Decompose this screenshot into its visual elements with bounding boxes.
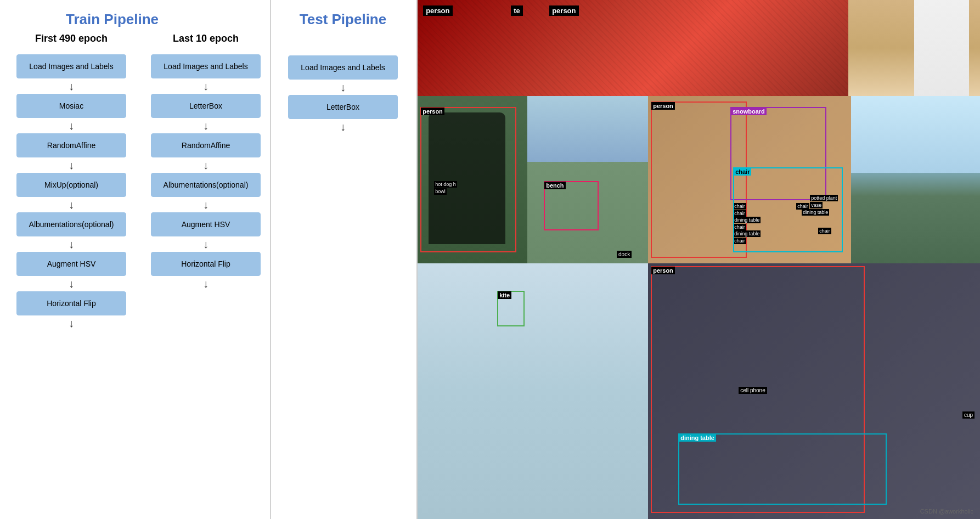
label-te: te	[511, 5, 523, 16]
col2-heading: Last 10 epoch	[173, 33, 239, 44]
train-col2-step5: Augment HSV	[151, 212, 261, 236]
separator-line	[270, 0, 271, 519]
det-kite: kite	[497, 291, 525, 326]
arrow: ↓	[69, 160, 74, 171]
col1-heading: First 490 epoch	[35, 33, 108, 44]
train-col1-step6: Augment HSV	[16, 252, 126, 276]
detection-panel: person te person person hot dog h bowl	[418, 0, 980, 519]
train-col2-step3: RandomAffine	[151, 133, 261, 157]
bottom-left-image: kite	[418, 263, 648, 519]
train-col1-step2: Mosiac	[16, 94, 126, 118]
train-col1-step3: RandomAffine	[16, 133, 126, 157]
train-col2-step4: Albumentations(optional)	[151, 173, 261, 197]
test-pipeline-title: Test Pipeline	[300, 11, 386, 28]
det-bench: bench	[544, 181, 599, 230]
train-col2-step2: LetterBox	[151, 94, 261, 118]
train-col2-step1: Load Images and Labels	[151, 54, 261, 78]
arrow: ↓	[340, 82, 346, 93]
bottom-row: kite person dining table cell phone cup	[418, 263, 980, 519]
label-hotdog: hot dog h	[434, 181, 457, 188]
left-panel: Train Pipeline First 490 epoch Load Imag…	[0, 0, 416, 519]
label-person-br: person	[651, 267, 675, 274]
middle-center-image: dock bench	[527, 96, 648, 263]
label-bowl: bowl	[434, 188, 447, 195]
label-person-2: person	[549, 5, 578, 16]
label-person-ml: person	[421, 108, 444, 115]
test-step1: Load Images and Labels	[288, 55, 398, 80]
label-cell-phone: cell phone	[739, 387, 767, 394]
train-col1-step4: MixUp(optional)	[16, 173, 126, 197]
train-col2-step6: Horizontal Flip	[151, 252, 261, 276]
arrow: ↓	[69, 318, 74, 329]
test-pipeline-col: Test Pipeline Load Images and Labels ↓ L…	[280, 11, 406, 134]
label-snowboard: snowboard	[731, 108, 767, 115]
top-row: person te person	[418, 0, 980, 96]
bottom-right-image: person dining table cell phone cup	[648, 263, 980, 519]
train-col2: Last 10 epoch Load Images and Labels ↓ L…	[143, 33, 269, 291]
middle-right-image: person snowboard chair chair dining tabl…	[648, 96, 851, 263]
label-dock: dock	[617, 251, 632, 258]
arrow: ↓	[340, 121, 346, 132]
arrow: ↓	[203, 120, 209, 131]
middle-row: person hot dog h bowl dock bench person	[418, 96, 980, 263]
label-person-1: person	[423, 5, 452, 16]
test-step2: LetterBox	[288, 95, 398, 119]
label-bench: bench	[544, 182, 565, 189]
arrow: ↓	[69, 199, 74, 210]
det-person-middle-left: person	[420, 107, 516, 252]
arrow: ↓	[69, 278, 74, 289]
arrow: ↓	[203, 278, 209, 289]
far-right-image	[851, 96, 980, 263]
train-col1-step7: Horizontal Flip	[16, 291, 126, 315]
arrow: ↓	[203, 81, 209, 92]
arrow: ↓	[203, 199, 209, 210]
label-dining-table-br: dining table	[679, 434, 716, 442]
top-right-image	[848, 0, 980, 96]
det-dining-table: dining table	[678, 433, 887, 505]
middle-left-image: person hot dog h bowl	[418, 96, 527, 263]
top-left-image: person te person	[418, 0, 848, 96]
arrow: ↓	[69, 239, 74, 250]
watermark: CSDN @aworkholic	[920, 508, 973, 515]
label-person-mr: person	[651, 102, 675, 110]
label-kite: kite	[498, 291, 511, 299]
train-pipeline-title: Train Pipeline	[66, 11, 159, 28]
train-col1-step5: Albumentations(optional)	[16, 212, 126, 236]
arrow: ↓	[69, 81, 74, 92]
arrow: ↓	[69, 120, 74, 131]
train-col1: First 490 epoch Load Images and Labels ↓…	[8, 33, 134, 331]
arrow: ↓	[203, 239, 209, 250]
train-col1-step1: Load Images and Labels	[16, 54, 126, 78]
label-cup: cup	[962, 411, 975, 419]
arrow: ↓	[203, 160, 209, 171]
det-chair-box: chair	[733, 167, 843, 252]
label-chair-box: chair	[734, 168, 751, 176]
